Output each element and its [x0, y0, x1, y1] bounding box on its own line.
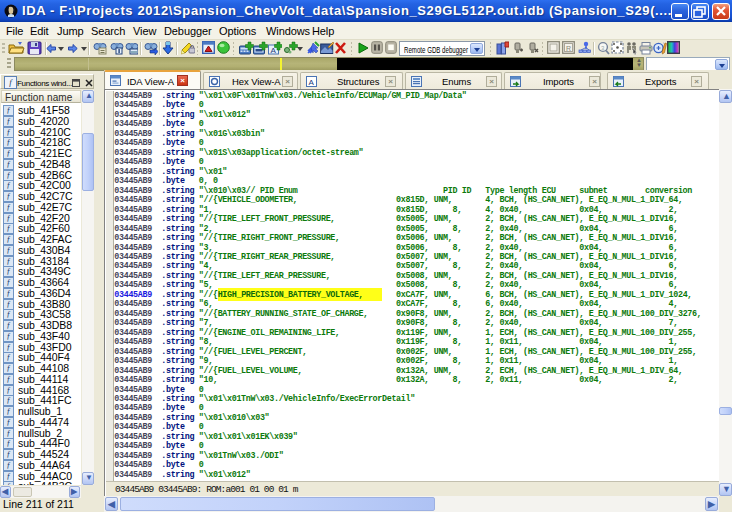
svg-text:R: R: [566, 45, 571, 52]
svg-text:A: A: [309, 78, 315, 87]
